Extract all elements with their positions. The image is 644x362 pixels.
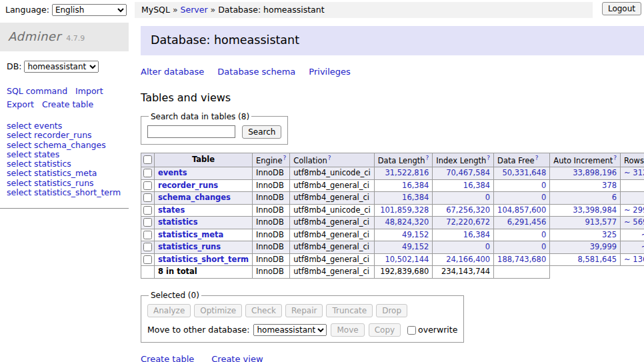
help-link[interactable]: ?: [613, 155, 617, 161]
page-title: Database: homeassistant: [141, 26, 644, 55]
search-input[interactable]: [147, 125, 235, 138]
nav-link-privileges[interactable]: Privileges: [309, 67, 351, 77]
cell-rows: ~ 5: [621, 179, 644, 192]
col-header-auto-increment: Auto Increment?: [550, 153, 621, 167]
sidebar-select-states[interactable]: select states: [7, 150, 122, 159]
row-checkbox[interactable]: [143, 193, 152, 202]
row-checkbox-cell: [141, 167, 155, 180]
row-checkbox[interactable]: [143, 169, 152, 177]
app-version: 4.7.9: [66, 34, 85, 43]
sidebar-link-create-table[interactable]: Create table: [42, 99, 93, 109]
help-link[interactable]: ?: [426, 155, 429, 161]
sidebar-select-statistics-meta[interactable]: select statistics_meta: [7, 169, 122, 177]
cell-data-length: 49,152: [374, 241, 433, 254]
cell-table-name: schema_changes: [155, 192, 253, 205]
sidebar-command-links: SQL commandImportExportCreate table: [0, 78, 129, 111]
sidebar-link-import[interactable]: Import: [75, 86, 103, 96]
cell-engine: InnoDB: [253, 229, 290, 241]
cell-table-name: statistics: [155, 217, 253, 229]
row-checkbox-cell: [141, 179, 155, 192]
breadcrumb-server-link[interactable]: Server: [181, 5, 208, 15]
sidebar-select-recorder-runs[interactable]: select recorder_runs: [7, 131, 122, 139]
search-button[interactable]: Search: [242, 125, 281, 139]
total-collation: utf8mb4_general_ci: [290, 266, 375, 279]
table-header-row: TableEngine?Collation?Data Length?Index …: [141, 153, 644, 167]
row-checkbox[interactable]: [143, 243, 152, 251]
help-link[interactable]: ?: [283, 155, 286, 161]
sidebar-link-export[interactable]: Export: [7, 99, 34, 109]
action-button-check[interactable]: Check: [245, 304, 282, 317]
row-checkbox[interactable]: [143, 206, 152, 215]
app-name: Adminer: [8, 29, 61, 43]
breadcrumb: MySQL»Server»Database: homeassistant: [135, 2, 593, 18]
overwrite-option: overwrite: [407, 325, 457, 336]
cell-auto-increment: 33,898,196: [550, 167, 621, 180]
sidebar-select-events[interactable]: select events: [7, 121, 122, 130]
link-create-table[interactable]: Create table: [141, 354, 194, 362]
action-button-drop[interactable]: Drop: [376, 304, 407, 317]
cell-data-free: 6,291,456: [494, 217, 550, 229]
table-link-statistics-meta[interactable]: statistics_meta: [158, 230, 223, 239]
nav-link-alter-database[interactable]: Alter database: [141, 67, 204, 77]
table-link-statistics[interactable]: statistics: [158, 217, 198, 227]
cell-rows: ~ 628: [621, 241, 644, 254]
cell-table-name: events: [155, 167, 253, 180]
cell-rows: ~ 136,108: [621, 253, 644, 266]
breadcrumb-separator: »: [173, 5, 178, 15]
cell-index-length: 67,256,320: [433, 204, 494, 217]
link-create-view[interactable]: Create view: [211, 354, 263, 362]
row-checkbox-cell: [141, 192, 155, 205]
help-link[interactable]: ?: [328, 155, 331, 161]
cell-data-free: 0: [494, 192, 550, 205]
cell-data-length: 31,522,816: [374, 167, 433, 180]
database-nav-links: Alter databaseDatabase schemaPrivileges: [141, 66, 644, 78]
help-link[interactable]: ?: [487, 155, 490, 161]
row-checkbox[interactable]: [143, 181, 152, 190]
cell-index-length: 72,220,672: [433, 217, 494, 229]
logout-button[interactable]: Logout: [602, 2, 641, 15]
sidebar-link-sql-command[interactable]: SQL command: [7, 86, 67, 96]
table-row: statisticsInnoDButf8mb4_general_ci48,824…: [141, 217, 644, 229]
col-header-engine: Engine?: [253, 153, 290, 167]
move-button[interactable]: Move: [331, 323, 364, 337]
search-fieldset: Search data in tables (8) Search: [141, 111, 288, 145]
help-link[interactable]: ?: [535, 155, 539, 161]
db-select[interactable]: homeassistant: [24, 61, 99, 73]
select-all-checkbox[interactable]: [143, 155, 152, 164]
action-button-truncate[interactable]: Truncate: [326, 304, 373, 317]
table-link-states[interactable]: states: [158, 205, 185, 215]
copy-button[interactable]: Copy: [369, 323, 401, 337]
breadcrumb-separator: »: [211, 5, 216, 15]
move-db-select[interactable]: homeassistant: [253, 324, 327, 336]
table-row: eventsInnoDButf8mb4_unicode_ci31,522,816…: [141, 167, 644, 180]
search-legend: Search data in tables (8): [149, 111, 251, 122]
sidebar-select-statistics-short-term[interactable]: select statistics_short_term: [7, 188, 122, 197]
cell-engine: InnoDB: [253, 179, 290, 192]
cell-collation: utf8mb4_general_ci: [290, 192, 375, 205]
language-select[interactable]: English: [52, 4, 127, 16]
overwrite-checkbox[interactable]: [407, 326, 416, 335]
nav-link-database-schema[interactable]: Database schema: [217, 67, 295, 77]
table-link-statistics-runs[interactable]: statistics_runs: [158, 242, 221, 251]
cell-data-length: 48,824,320: [374, 217, 433, 229]
action-button-optimize[interactable]: Optimize: [194, 304, 242, 317]
cell-engine: InnoDB: [253, 241, 290, 254]
row-checkbox[interactable]: [143, 218, 152, 227]
table-link-recorder-runs[interactable]: recorder_runs: [158, 181, 218, 190]
row-checkbox[interactable]: [143, 255, 152, 264]
sidebar-select-schema-changes[interactable]: select schema_changes: [7, 141, 122, 149]
row-checkbox[interactable]: [143, 231, 152, 239]
cell-collation: utf8mb4_general_ci: [290, 217, 375, 229]
cell-engine: InnoDB: [253, 167, 290, 180]
cell-collation: utf8mb4_general_ci: [290, 179, 375, 192]
table-link-events[interactable]: events: [158, 168, 187, 177]
sidebar-select-statistics-runs[interactable]: select statistics_runs: [7, 179, 122, 187]
move-row: Move to other database: homeassistant Mo…: [147, 323, 457, 337]
table-link-statistics-short-term[interactable]: statistics_short_term: [158, 255, 249, 264]
language-label: Language:: [5, 5, 49, 15]
action-button-analyze[interactable]: Analyze: [147, 304, 191, 317]
table-link-schema-changes[interactable]: schema_changes: [158, 193, 231, 202]
action-button-repair[interactable]: Repair: [285, 304, 323, 317]
cell-auto-increment: 33,398,984: [550, 204, 621, 217]
sidebar-select-statistics[interactable]: select statistics: [7, 159, 122, 168]
